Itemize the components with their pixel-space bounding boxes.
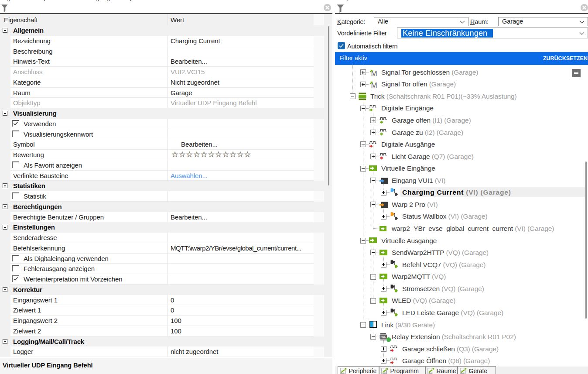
svg-text:REL: REL [381,336,386,338]
